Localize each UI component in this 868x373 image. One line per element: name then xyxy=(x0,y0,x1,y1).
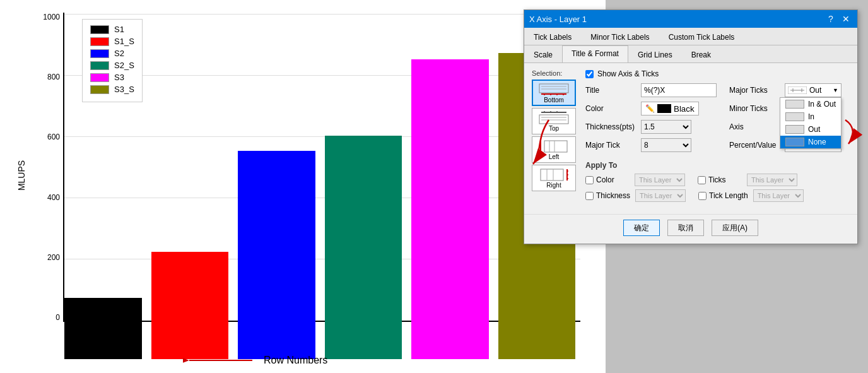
svg-rect-2 xyxy=(539,84,568,93)
selection-label: Selection: xyxy=(532,69,580,77)
axis-label: Axis xyxy=(729,122,780,131)
dialog-titlebar: X Axis - Layer 1 ? ✕ xyxy=(524,10,857,28)
dropdown-item-in[interactable]: In xyxy=(780,110,841,123)
left-col: Title Color ✏️ Black xyxy=(585,83,717,157)
major-ticks-label: Major Ticks xyxy=(729,86,780,95)
legend-color-s3s xyxy=(90,85,109,94)
sel-bottom-label: Bottom xyxy=(544,97,564,104)
ok-button[interactable]: 确定 xyxy=(623,220,660,236)
x-axis-arrow xyxy=(183,354,259,367)
apply-tick-length-select: This Layer xyxy=(753,189,804,202)
y-axis-label: MLUPS xyxy=(16,160,26,191)
bar-s3 xyxy=(411,59,489,359)
in-icon xyxy=(785,112,804,121)
close-button[interactable]: ✕ xyxy=(840,13,852,25)
apply-thickness-label: Thickness xyxy=(596,191,630,200)
major-ticks-dropdown-wrapper: Out ▼ In & Out xyxy=(785,83,842,97)
apply-color-check: Color xyxy=(585,175,630,184)
svg-rect-17 xyxy=(544,141,567,152)
sel-right-label: Right xyxy=(546,182,561,189)
cancel-button[interactable]: 取消 xyxy=(667,220,704,236)
tab-grid-lines[interactable]: Grid Lines xyxy=(628,47,682,62)
percent-value-label: Percent/Value xyxy=(729,141,780,150)
major-tick-label: Major Tick xyxy=(585,141,636,150)
major-ticks-row: Major Ticks Out xyxy=(729,83,850,97)
tab-title-format[interactable]: Title & Format xyxy=(562,45,628,62)
dialog-xaxis: X Axis - Layer 1 ? ✕ Tick Labels Minor T… xyxy=(524,9,858,244)
ticks-checkbox[interactable] xyxy=(698,176,706,184)
legend-item-s3s: S3_S xyxy=(90,85,134,94)
tab-minor-tick-labels[interactable]: Minor Tick Labels xyxy=(581,29,659,45)
selection-panel: Selection: Bottom xyxy=(532,69,585,205)
gridline xyxy=(64,14,580,15)
dropdown-item-out[interactable]: Out xyxy=(780,123,841,136)
dropdown-item-none[interactable]: None xyxy=(780,136,841,148)
sel-button-bottom[interactable]: Bottom xyxy=(532,80,576,106)
apply-ticks-select: This Layer xyxy=(747,174,797,186)
legend-item-s2s: S2_S xyxy=(90,61,134,70)
major-ticks-dropdown-open: In & Out In Out xyxy=(780,97,842,149)
legend-item-s3: S3 xyxy=(90,73,134,82)
major-tick-select[interactable]: 8 4 6 10 xyxy=(641,138,691,152)
color-checkbox[interactable] xyxy=(585,176,594,184)
left-icon xyxy=(538,139,570,153)
sel-button-left[interactable]: Left xyxy=(532,136,576,163)
thickness-select[interactable]: 1.5 1 2 xyxy=(641,120,691,134)
sel-button-top[interactable]: Top xyxy=(532,108,576,134)
color-swatch xyxy=(657,104,671,113)
sel-button-right[interactable]: Right xyxy=(532,165,576,191)
apply-thickness-select: This Layer xyxy=(635,189,686,202)
legend-item-s1s: S1_S xyxy=(90,37,134,46)
tab-scale[interactable]: Scale xyxy=(524,47,562,62)
major-ticks-value: Out xyxy=(809,86,821,95)
legend-color-s2 xyxy=(90,49,109,58)
thickness-row: Thickness(pts) 1.5 1 2 xyxy=(585,120,717,134)
title-row: Title xyxy=(585,83,717,97)
thickness-checkbox[interactable] xyxy=(585,192,594,200)
show-axis-label: Show Axis & Ticks xyxy=(597,69,659,78)
inout-icon xyxy=(785,100,804,109)
apply-to-title: Apply To xyxy=(585,161,850,170)
legend-color-s2s xyxy=(90,61,109,70)
apply-ticks-label: Ticks xyxy=(708,175,726,184)
bar-s2s xyxy=(325,136,402,359)
legend-label-s1: S1 xyxy=(114,25,124,34)
title-form-label: Title xyxy=(585,86,636,95)
title-input[interactable] xyxy=(641,83,717,97)
help-button[interactable]: ? xyxy=(824,13,837,25)
apply-tick-length-label: Tick Length xyxy=(709,191,748,200)
legend: S1 S1_S S2 S2_S S3 S3_S xyxy=(82,19,143,102)
color-form-label: Color xyxy=(585,104,636,113)
x-axis-area: Row Numbers xyxy=(183,354,327,367)
chart-area: MLUPS 0 200 400 600 800 1000 xyxy=(0,0,606,373)
legend-label-s3: S3 xyxy=(114,73,124,82)
tab-custom-tick-labels[interactable]: Custom Tick Labels xyxy=(659,29,744,45)
apply-thickness-check: Thickness xyxy=(585,191,630,200)
bottom-icon xyxy=(538,83,570,97)
two-col-layout: Title Color ✏️ Black xyxy=(585,83,850,157)
svg-rect-10 xyxy=(539,115,568,124)
dialog-tabs-row2: Scale Title & Format Grid Lines Break xyxy=(524,45,857,63)
x-axis-label: Row Numbers xyxy=(264,355,327,366)
legend-color-s1s xyxy=(90,37,109,46)
color-row: Color ✏️ Black xyxy=(585,102,717,115)
tab-tick-labels[interactable]: Tick Labels xyxy=(524,29,581,45)
bar-s1 xyxy=(64,298,142,359)
y-axis: 0 200 400 600 800 1000 xyxy=(38,13,63,322)
color-value-label: Black xyxy=(674,104,695,114)
svg-rect-24 xyxy=(541,169,563,181)
apply-button[interactable]: 应用(A) xyxy=(712,220,758,236)
color-button[interactable]: ✏️ Black xyxy=(641,102,699,115)
apply-row-1: Color This Layer Ticks This Layer xyxy=(585,174,850,186)
apply-row-2: Thickness This Layer Tick Length This La… xyxy=(585,189,850,202)
major-ticks-dropdown-btn[interactable]: Out ▼ xyxy=(785,83,842,97)
tick-length-checkbox[interactable] xyxy=(698,192,707,200)
tab-break[interactable]: Break xyxy=(682,47,720,62)
sel-left-label: Left xyxy=(549,153,560,160)
out-icon xyxy=(788,86,807,94)
legend-label-s2s: S2_S xyxy=(114,61,134,70)
dropdown-item-inout[interactable]: In & Out xyxy=(780,98,841,110)
titlebar-buttons: ? ✕ xyxy=(824,13,852,25)
chevron-down-icon: ▼ xyxy=(833,87,838,93)
show-axis-checkbox[interactable] xyxy=(585,70,594,78)
